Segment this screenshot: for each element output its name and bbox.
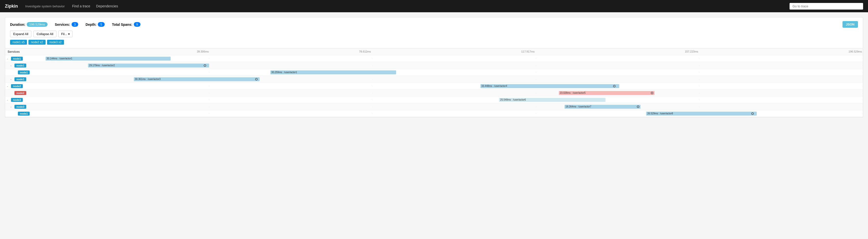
timeline-dot: · (536, 92, 536, 94)
row-toggle[interactable]: - (7, 85, 10, 88)
timeline-dot: · (209, 98, 209, 101)
timeline-dot: · (372, 92, 373, 94)
row-service-col: node1 (5, 112, 45, 116)
timeline-scale: 39.306ms 78.612ms 117.917ms 157.223ms 19… (45, 50, 863, 54)
timeline-header: Services 39.306ms 78.612ms 117.917ms 157… (5, 49, 863, 55)
row-timeline: ·····30.144ms : /user/actor1 (45, 55, 863, 62)
row-toggle[interactable]: - (10, 78, 13, 81)
row-timeline: ·····30.259ms : /user/actor1 (45, 69, 863, 76)
span-bar[interactable]: 30.259ms : /user/actor1 (270, 70, 396, 74)
table-row: -node1·····30.361ms : /user/actor3 (5, 76, 863, 83)
filter-button[interactable]: Fil... ▾ (58, 31, 72, 37)
scale-78ms: 78.612ms (359, 50, 371, 54)
service-label[interactable]: node2 (14, 91, 26, 95)
row-timeline: ·····18.264ms : /user/actor7 (45, 103, 863, 110)
go-to-trace-input[interactable] (789, 3, 863, 9)
service-label[interactable]: node1 (18, 112, 30, 116)
navbar-links: Find a trace Dependencies (72, 4, 118, 8)
row-toggle[interactable]: - (7, 98, 10, 101)
json-button[interactable]: JSON (842, 21, 858, 28)
table-row: -node3·····25.548ms : /user/actor6 (5, 96, 863, 103)
service-label[interactable]: node1 (18, 70, 30, 74)
table-row: -node1·····30.144ms : /user/actor1 (5, 55, 863, 62)
row-timeline: ·····23.028ms : /user/actor5 (45, 90, 863, 96)
timeline-dot: · (863, 78, 863, 81)
service-label[interactable]: node2 (11, 84, 23, 88)
service-label[interactable]: node1 (11, 57, 23, 61)
row-service-col: -node1 (5, 57, 45, 61)
timeline-dot: · (863, 64, 863, 67)
service-tag-node2[interactable]: node2 x2 (28, 40, 45, 44)
filter-chevron-icon: ▾ (68, 32, 70, 36)
scale-39ms: 39.306ms (197, 50, 209, 54)
span-bar[interactable]: 30.361ms : /user/actor3 (134, 77, 259, 81)
span-circle-marker (204, 64, 206, 67)
scale-157ms: 157.223ms (685, 50, 698, 54)
dependencies-link[interactable]: Dependencies (96, 4, 118, 8)
span-bar[interactable]: 23.028ms : /user/actor5 (559, 91, 654, 95)
span-bar[interactable]: 18.264ms : /user/actor7 (564, 105, 641, 109)
row-timeline: ·····25.548ms : /user/actor6 (45, 96, 863, 103)
timeline-dot: · (209, 71, 209, 73)
row-service-col: -node1 (5, 64, 45, 67)
total-spans-item: Total Spans: 9 (112, 22, 141, 27)
row-service-col: -node2 (5, 84, 45, 88)
timeline-dot: · (699, 98, 700, 101)
total-spans-label: Total Spans: (112, 23, 132, 27)
service-tag-node3[interactable]: node3 x2 (47, 40, 64, 44)
navbar: Zipkin Investigate system behavior Find … (0, 0, 868, 12)
row-service-col: node1 (5, 70, 45, 74)
span-bar[interactable]: 30.144ms : /user/actor1 (45, 57, 170, 61)
info-bar: Duration: 196.529ms Services: 3 Depth: 5… (5, 17, 863, 49)
services-item: Services: 3 (55, 22, 79, 27)
service-label[interactable]: node3 (14, 105, 26, 109)
table-row: -node3·····18.264ms : /user/actor7 (5, 103, 863, 110)
row-timeline: ·····33.448ms : /user/actor4 (45, 83, 863, 90)
services-count: 3 (71, 22, 78, 27)
scale-196ms: 196.529ms (849, 50, 862, 54)
trace-container: Services 39.306ms 78.612ms 117.917ms 157… (5, 49, 863, 117)
timeline-dot: · (372, 57, 373, 60)
timeline-dot: · (536, 78, 536, 81)
expand-all-button[interactable]: Expand All (10, 31, 31, 37)
table-row: node1·····26.529ms : /user/actor8 (5, 110, 863, 117)
service-label[interactable]: node1 (14, 64, 26, 67)
timeline-dot: · (372, 64, 373, 67)
navbar-right (789, 3, 863, 9)
duration-label: Duration: (10, 23, 25, 27)
collapse-all-button[interactable]: Collapse All (33, 31, 56, 37)
timeline-dot: · (863, 98, 863, 101)
service-label[interactable]: node3 (11, 98, 23, 102)
service-tag-node1[interactable]: node1 x5 (10, 40, 27, 44)
span-bar[interactable]: 29.179ms : /user/actor2 (88, 64, 209, 67)
row-toggle[interactable]: - (10, 64, 13, 67)
row-timeline: ·····29.179ms : /user/actor2 (45, 62, 863, 69)
service-label[interactable]: node1 (14, 77, 26, 81)
depth-count: 5 (98, 22, 104, 27)
span-circle-marker (751, 112, 754, 115)
row-toggle[interactable]: - (10, 105, 13, 108)
table-row: -node2·····33.448ms : /user/actor4 (5, 83, 863, 90)
span-bar[interactable]: 33.448ms : /user/actor4 (480, 84, 619, 88)
span-bar[interactable]: 26.529ms : /user/actor8 (646, 112, 756, 116)
timeline-dot: · (536, 57, 536, 60)
timeline-dot: · (372, 112, 373, 115)
timeline-dot: · (699, 57, 700, 60)
timeline-dot: · (699, 78, 700, 81)
span-bar[interactable]: 25.548ms : /user/actor6 (499, 98, 605, 102)
span-circle-marker (613, 85, 616, 87)
timeline-dot: · (536, 112, 536, 115)
row-timeline: ·····30.361ms : /user/actor3 (45, 76, 863, 83)
timeline-dot: · (863, 92, 863, 94)
timeline-dot: · (699, 105, 700, 108)
row-toggle[interactable]: - (7, 57, 10, 60)
timeline-dot: · (372, 105, 373, 108)
timeline-dot: · (536, 64, 536, 67)
duration-item: Duration: 196.529ms (10, 22, 48, 27)
navbar-tagline: Investigate system behavior (25, 4, 65, 8)
find-trace-link[interactable]: Find a trace (72, 4, 90, 8)
timeline-dot: · (863, 105, 863, 108)
info-top: Duration: 196.529ms Services: 3 Depth: 5… (10, 21, 858, 28)
timeline-dot: · (863, 57, 863, 60)
depth-item: Depth: 5 (86, 22, 105, 27)
